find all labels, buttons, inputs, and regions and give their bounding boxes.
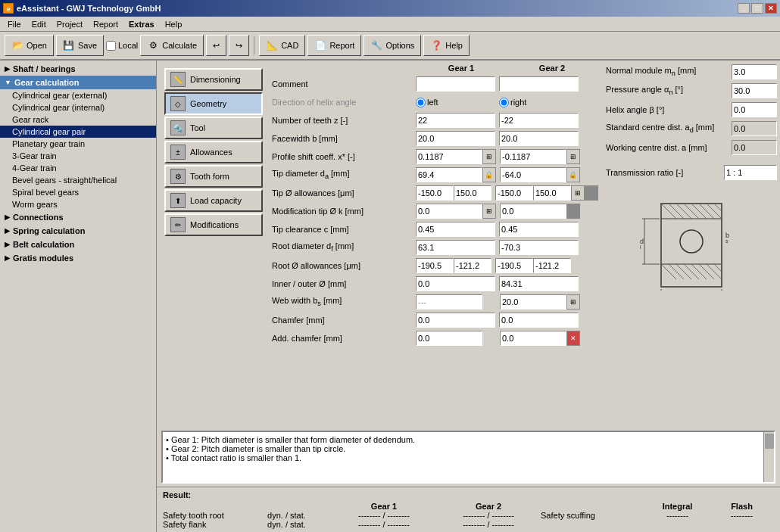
add-chamfer-gear2[interactable] bbox=[500, 331, 566, 346]
root-allow-g1a[interactable] bbox=[416, 258, 454, 273]
root-allow-g2b[interactable] bbox=[533, 258, 571, 273]
modifications-button[interactable]: ✏ Modifications bbox=[164, 213, 263, 236]
root-allow-g1b[interactable] bbox=[454, 258, 491, 273]
facewidth-gear1[interactable] bbox=[416, 131, 495, 146]
inner-outer-gear2[interactable] bbox=[499, 276, 579, 291]
mod-tip-gear1[interactable] bbox=[416, 204, 482, 219]
menu-project[interactable]: Project bbox=[52, 18, 87, 30]
calculate-button[interactable]: ⚙ Calculate bbox=[140, 35, 204, 56]
sidebar-item-3gear[interactable]: 3-Gear train bbox=[0, 150, 156, 162]
chamfer-gear1[interactable] bbox=[416, 313, 495, 328]
tip-allowances-label: Tip Ø allowances [μm] bbox=[272, 188, 416, 198]
tip-clearance-gear2[interactable] bbox=[499, 222, 579, 237]
chamfer-gear2[interactable] bbox=[499, 313, 579, 328]
menu-report[interactable]: Report bbox=[89, 18, 123, 30]
mod-tip-btn2[interactable] bbox=[566, 204, 580, 219]
tip-allow-g1a[interactable] bbox=[416, 185, 454, 201]
inner-outer-gear1[interactable] bbox=[416, 276, 495, 291]
redo-button[interactable]: ↪ bbox=[229, 35, 249, 56]
mod-tip-gear2[interactable] bbox=[500, 204, 566, 219]
mod-tip-btn1[interactable]: ⊞ bbox=[482, 204, 496, 219]
dimensioning-button[interactable]: 📏 Dimensioning bbox=[164, 68, 263, 91]
sidebar-item-gear-rack[interactable]: Gear rack bbox=[0, 114, 156, 126]
root-diam-gear1[interactable] bbox=[416, 240, 495, 255]
teeth-gear2[interactable] bbox=[499, 113, 579, 128]
profile-shift-gear2[interactable] bbox=[500, 149, 566, 164]
tip-allow-btn2[interactable] bbox=[585, 185, 598, 201]
transmission-ratio-input[interactable] bbox=[724, 165, 777, 180]
comment-gear1[interactable] bbox=[416, 76, 495, 92]
tip-allow-g2b[interactable] bbox=[533, 185, 571, 201]
svg-line-13 bbox=[676, 264, 691, 279]
root-diam-gear2[interactable] bbox=[499, 240, 579, 255]
tip-diameter-gear1[interactable] bbox=[416, 167, 482, 182]
sidebar-item-cyl-ext[interactable]: Cylindrical gear (external) bbox=[0, 89, 156, 101]
sidebar-item-spiral[interactable]: Spiral bevel gears bbox=[0, 186, 156, 198]
allowances-button[interactable]: ± Allowances bbox=[164, 141, 263, 163]
std-centre-input[interactable] bbox=[732, 121, 777, 136]
options-button[interactable]: 🔧 Options bbox=[363, 35, 421, 56]
tip-diam-lock1[interactable]: 🔒 bbox=[482, 167, 496, 182]
comment-gear2[interactable] bbox=[499, 76, 579, 92]
right-radio[interactable] bbox=[499, 98, 509, 107]
add-chamfer-gear1[interactable] bbox=[416, 331, 482, 346]
close-button[interactable]: ✕ bbox=[765, 3, 777, 14]
tip-allow-g2a[interactable] bbox=[495, 185, 533, 201]
profile-shift-btn2[interactable]: ⊞ bbox=[566, 149, 580, 164]
web-width-btn2[interactable]: ⊞ bbox=[566, 294, 580, 310]
right-radio-label[interactable]: right bbox=[499, 98, 526, 107]
menu-file[interactable]: File bbox=[3, 18, 26, 30]
sidebar-group-spring-header[interactable]: ▶ Spring calculation bbox=[0, 224, 156, 238]
pressure-angle-input[interactable] bbox=[732, 83, 777, 98]
web-width-gear2[interactable] bbox=[500, 294, 566, 310]
add-chamfer-btn[interactable]: ✕ bbox=[566, 331, 580, 346]
sidebar-item-bevel[interactable]: Bevel gears - straight/helical bbox=[0, 174, 156, 186]
sidebar-group-gratis-header[interactable]: ▶ Gratis modules bbox=[0, 251, 156, 265]
tooth-form-button[interactable]: ⚙ Tooth form bbox=[164, 165, 263, 188]
profile-shift-btn1[interactable]: ⊞ bbox=[482, 149, 496, 164]
cad-button[interactable]: 📐 CAD bbox=[259, 35, 305, 56]
undo-button[interactable]: ↩ bbox=[206, 35, 226, 56]
messages-scrollbar[interactable] bbox=[763, 432, 774, 482]
tip-clearance-gear1[interactable] bbox=[416, 222, 495, 237]
sidebar-item-cyl-int[interactable]: Cylindrical gear (internal) bbox=[0, 101, 156, 114]
menu-edit[interactable]: Edit bbox=[27, 18, 51, 30]
save-button[interactable]: 💾 Save bbox=[56, 35, 104, 56]
tip-diam-lock2[interactable]: 🔒 bbox=[566, 167, 580, 182]
teeth-gear1[interactable] bbox=[416, 113, 495, 128]
menu-help[interactable]: Help bbox=[161, 18, 187, 30]
open-button[interactable]: 📂 Open bbox=[5, 35, 54, 56]
helix-angle-input[interactable] bbox=[732, 102, 777, 117]
help-button[interactable]: ❓ Help bbox=[423, 35, 470, 56]
web-width-gear1[interactable] bbox=[416, 294, 482, 310]
normal-module-input[interactable] bbox=[732, 64, 777, 79]
report-button[interactable]: 📄 Report bbox=[307, 35, 361, 56]
facewidth-gear2[interactable] bbox=[499, 131, 579, 146]
sidebar-group-belt-header[interactable]: ▶ Belt calculation bbox=[0, 238, 156, 251]
load-capacity-button[interactable]: ⬆ Load capacity bbox=[164, 189, 263, 212]
tip-allow-g1b[interactable] bbox=[454, 185, 491, 201]
left-radio[interactable] bbox=[416, 98, 426, 107]
minimize-button[interactable]: _ bbox=[738, 3, 750, 14]
sidebar-item-planetary[interactable]: Planetary gear train bbox=[0, 138, 156, 150]
title-bar-buttons: _ □ ✕ bbox=[738, 3, 777, 14]
maximize-button[interactable]: □ bbox=[751, 3, 763, 14]
tip-diameter-gear2[interactable] bbox=[500, 167, 566, 182]
sidebar-item-4gear[interactable]: 4-Gear train bbox=[0, 162, 156, 174]
sidebar-group-gear-header[interactable]: ▼ Gear calculation bbox=[0, 76, 156, 89]
working-centre-input[interactable] bbox=[732, 140, 777, 155]
helix-angle-row: Helix angle β [°] bbox=[606, 101, 777, 118]
sidebar-group-connections-header[interactable]: ▶ Connections bbox=[0, 210, 156, 224]
calculate-icon: ⚙ bbox=[147, 39, 159, 51]
local-checkbox[interactable] bbox=[106, 41, 116, 51]
tool-button[interactable]: 🔩 Tool bbox=[164, 117, 263, 139]
sidebar-item-cyl-pair[interactable]: Cylindrical gear pair bbox=[0, 126, 156, 138]
root-allow-g2a[interactable] bbox=[495, 258, 533, 273]
sidebar-item-worm[interactable]: Worm gears bbox=[0, 198, 156, 210]
left-radio-label[interactable]: left bbox=[416, 98, 438, 107]
menu-extras[interactable]: Extras bbox=[124, 18, 159, 30]
profile-shift-gear1[interactable] bbox=[416, 149, 482, 164]
sidebar-group-shaft-header[interactable]: ▶ Shaft / bearings bbox=[0, 62, 156, 76]
geometry-button[interactable]: ◇ Geometry bbox=[164, 92, 263, 115]
tip-allow-btn[interactable]: ⊞ bbox=[571, 185, 585, 201]
